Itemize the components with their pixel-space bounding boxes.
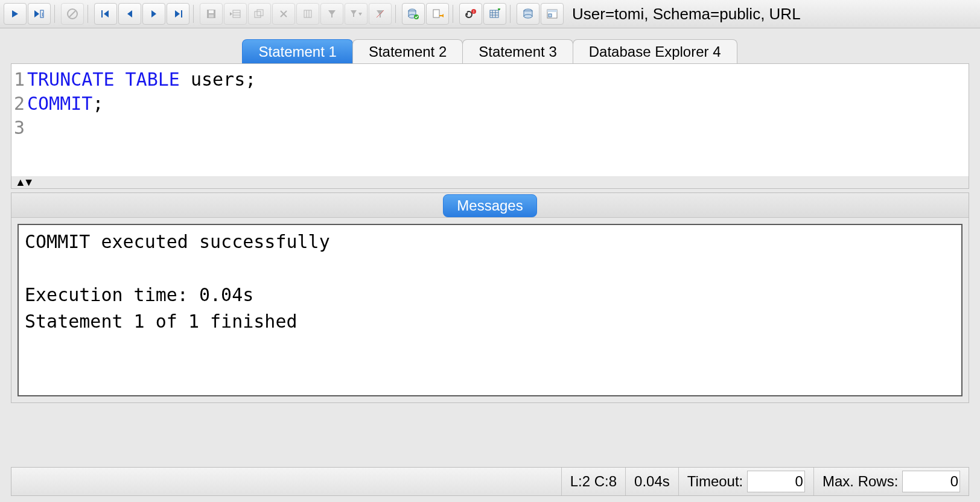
svg-rect-53: [549, 14, 552, 17]
tab-database-explorer-4[interactable]: Database Explorer 4: [573, 39, 737, 63]
svg-line-22: [281, 11, 287, 17]
messages-output[interactable]: COMMIT executed successfully Execution t…: [18, 224, 962, 396]
separator: [395, 5, 398, 23]
tab-label: Statement 2: [369, 43, 447, 60]
svg-rect-52: [547, 10, 557, 12]
svg-rect-51: [547, 10, 557, 18]
tab-statement-1[interactable]: Statement 1: [242, 39, 352, 63]
insert-row-button[interactable]: [224, 3, 247, 25]
sql-editor[interactable]: 1TRUNCATE TABLE users;2COMMIT;3: [11, 64, 969, 176]
svg-rect-41: [490, 10, 498, 17]
editor-line: 1TRUNCATE TABLE users;: [11, 68, 969, 92]
filter-button[interactable]: [320, 3, 343, 25]
svg-marker-10: [175, 10, 180, 17]
separator: [510, 5, 513, 23]
tab-statement-3[interactable]: Statement 3: [462, 39, 573, 63]
timeout-cell: Timeout:: [678, 468, 813, 495]
filter-dropdown-button[interactable]: [345, 3, 368, 25]
line-code[interactable]: COMMIT;: [26, 92, 969, 116]
connection-info: User=tomi, Schema=public, URL: [572, 5, 801, 24]
svg-rect-35: [433, 10, 439, 17]
commit-button[interactable]: [402, 3, 425, 25]
svg-line-5: [69, 11, 75, 17]
separator: [88, 5, 91, 23]
status-bar: L:2 C:8 0.04s Timeout: Max. Rows:: [11, 467, 969, 496]
save-button[interactable]: [200, 3, 223, 25]
select-columns-button[interactable]: [296, 3, 319, 25]
svg-point-34: [414, 14, 419, 19]
maxrows-cell: Max. Rows:: [813, 468, 969, 495]
line-code[interactable]: [26, 116, 969, 140]
separator: [193, 5, 196, 23]
messages-tab-label: Messages: [457, 197, 523, 214]
next-record-button[interactable]: [142, 3, 165, 25]
line-number: 1: [11, 68, 26, 92]
svg-rect-13: [209, 10, 214, 13]
svg-rect-15: [233, 10, 240, 17]
maxrows-label: Max. Rows:: [822, 473, 898, 490]
db-objects-button[interactable]: [517, 3, 539, 25]
messages-tab[interactable]: Messages: [443, 194, 536, 217]
svg-rect-19: [255, 11, 261, 17]
last-record-button[interactable]: [167, 3, 189, 25]
tab-strip: Statement 1 Statement 2 Statement 3 Data…: [0, 39, 980, 63]
copy-row-button[interactable]: [248, 3, 271, 25]
autocommit-toggle-button[interactable]: !: [459, 3, 482, 25]
svg-point-50: [524, 14, 532, 18]
editor-line: 3: [11, 116, 969, 140]
tab-label: Statement 3: [479, 43, 556, 60]
split-handle[interactable]: ▲▼: [11, 176, 969, 188]
tab-statement-2[interactable]: Statement 2: [352, 39, 463, 63]
separator: [453, 5, 456, 23]
svg-marker-28: [358, 13, 362, 16]
svg-marker-18: [230, 12, 232, 16]
svg-rect-6: [101, 10, 103, 17]
svg-point-48: [524, 9, 532, 13]
svg-line-21: [281, 11, 287, 17]
svg-marker-29: [377, 10, 384, 17]
filter-reset-button[interactable]: [369, 3, 392, 25]
messages-tab-bar: Messages: [11, 193, 969, 218]
messages-panel: Messages COMMIT executed successfully Ex…: [11, 192, 969, 403]
rollback-button[interactable]: [426, 3, 449, 25]
prev-record-button[interactable]: [118, 3, 141, 25]
tab-label: Statement 1: [258, 43, 336, 60]
svg-marker-1: [34, 10, 39, 17]
svg-rect-23: [304, 10, 311, 17]
svg-marker-8: [127, 10, 132, 17]
svg-rect-49: [524, 11, 532, 16]
svg-rect-32: [409, 11, 416, 16]
svg-point-39: [471, 9, 476, 14]
svg-rect-12: [207, 10, 215, 18]
svg-text:I: I: [42, 11, 43, 17]
toolbar: I ! User=tomi, Schema=public, URL: [0, 0, 980, 28]
run-current-button[interactable]: I: [28, 3, 51, 25]
first-record-button[interactable]: [94, 3, 117, 25]
timeout-input[interactable]: [747, 471, 805, 492]
svg-marker-26: [328, 10, 336, 17]
maxrows-input[interactable]: [902, 471, 960, 492]
svg-point-4: [68, 9, 77, 19]
db-explorer-button[interactable]: [541, 3, 564, 25]
line-code[interactable]: TRUNCATE TABLE users;: [26, 68, 969, 92]
tab-area: Statement 1 Statement 2 Statement 3 Data…: [0, 28, 980, 403]
timeout-label: Timeout:: [687, 473, 743, 490]
tab-label: Database Explorer 4: [589, 43, 721, 60]
delete-row-button[interactable]: [272, 3, 295, 25]
run-button[interactable]: [4, 3, 27, 25]
stop-button[interactable]: [61, 3, 84, 25]
svg-point-31: [409, 9, 416, 13]
svg-marker-27: [351, 10, 357, 17]
svg-text:!: !: [473, 10, 474, 14]
svg-marker-0: [12, 10, 18, 17]
append-results-button[interactable]: [483, 3, 506, 25]
cursor-position: L:2 C:8: [561, 468, 625, 495]
svg-marker-9: [151, 10, 156, 17]
editor-line: 2COMMIT;: [11, 92, 969, 116]
svg-rect-20: [257, 10, 263, 16]
exec-time: 0.04s: [625, 468, 678, 495]
svg-rect-14: [209, 14, 214, 17]
separator: [54, 5, 57, 23]
editor-panel: 1TRUNCATE TABLE users;2COMMIT;3 ▲▼: [11, 63, 969, 189]
svg-rect-2: [40, 10, 43, 17]
